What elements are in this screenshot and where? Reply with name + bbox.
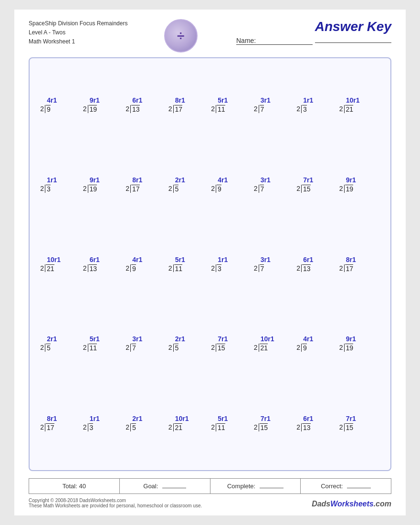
division-line: 213 [296, 423, 310, 432]
problem-r1-c5: 5r1211 [211, 96, 252, 114]
divisor: 2 [339, 185, 345, 193]
answer: 8r1 [346, 256, 356, 263]
dividend: 19 [345, 185, 354, 193]
divisor: 2 [296, 344, 302, 352]
dividend: 19 [89, 105, 97, 114]
dividend: 21 [260, 344, 268, 352]
division-line: 211 [211, 105, 225, 114]
divisor: 2 [254, 105, 259, 113]
answer: 10r1 [261, 335, 274, 343]
division-line: 219 [83, 185, 97, 193]
divisor: 2 [83, 185, 88, 193]
problem-r4-c1: 2r125 [40, 335, 81, 352]
problem-r4-c6: 10r1221 [254, 335, 294, 352]
divisor: 2 [296, 185, 302, 193]
division-line: 25 [40, 344, 51, 352]
answer: 7r1 [303, 176, 313, 184]
logo-circle: ÷ [164, 19, 198, 52]
problem-r4-c3: 3r127 [126, 335, 166, 352]
dividend: 15 [302, 185, 311, 193]
dividend: 7 [260, 185, 264, 193]
answer: 2r1 [175, 176, 185, 184]
division-line: 211 [168, 264, 182, 273]
title-line1: SpaceShip Division Focus Remainders [29, 19, 127, 28]
divisor: 2 [168, 105, 174, 113]
divisor: 2 [211, 185, 216, 193]
answer: 6r1 [303, 415, 313, 422]
division-icon: ÷ [177, 28, 184, 43]
divisor: 2 [339, 105, 345, 113]
problems-row-5: 8r12171r1232r12510r12215r12117r12156r121… [39, 410, 381, 437]
answer: 4r1 [303, 335, 313, 343]
division-line: 221 [254, 344, 268, 352]
division-line: 215 [254, 423, 268, 432]
divisor: 2 [339, 264, 345, 273]
division-line: 219 [339, 185, 353, 193]
divisor: 2 [83, 344, 88, 352]
problem-r5-c7: 6r1213 [296, 415, 337, 432]
answer: 1r1 [47, 176, 57, 184]
dividend: 9 [131, 264, 136, 273]
answer: 5r1 [218, 96, 228, 104]
problem-r5-c2: 1r123 [83, 415, 124, 432]
dividend: 17 [46, 423, 54, 432]
problem-r2-c3: 8r1217 [126, 176, 166, 193]
answer: 4r1 [132, 256, 142, 263]
answer: 3r1 [261, 176, 271, 184]
division-line: 217 [168, 105, 182, 114]
problem-r1-c8: 10r1221 [339, 96, 380, 114]
problem-r1-c3: 6r1213 [126, 96, 166, 114]
division-line: 215 [296, 185, 310, 193]
divisor: 2 [254, 185, 259, 193]
worksheets-text: Worksheets [330, 500, 373, 508]
problem-r1-c4: 8r1217 [168, 96, 209, 114]
dividend: 13 [89, 264, 97, 273]
dividend: 3 [46, 185, 51, 193]
divisor: 2 [254, 264, 259, 273]
problem-r3-c7: 6r1213 [296, 256, 337, 273]
problem-r3-c3: 4r129 [126, 256, 166, 273]
divisor: 2 [40, 264, 45, 273]
answer: 4r1 [47, 96, 57, 104]
answer: 3r1 [132, 335, 142, 343]
dividend: 7 [260, 105, 264, 114]
problem-r1-c2: 9r1219 [83, 96, 124, 114]
answer: 7r1 [261, 415, 271, 422]
dividend: 15 [345, 423, 354, 432]
answer: 7r1 [346, 415, 356, 422]
dividend: 9 [302, 344, 307, 352]
problem-r3-c4: 5r1211 [168, 256, 209, 273]
divisor: 2 [296, 264, 302, 273]
problem-r2-c1: 1r123 [40, 176, 81, 193]
divisor: 2 [126, 423, 131, 431]
dividend: 17 [345, 264, 354, 273]
answer: 7r1 [218, 335, 228, 343]
divisor: 2 [168, 264, 174, 273]
worksheet-content: 4r1299r12196r12138r12175r12113r1271r1231… [29, 57, 391, 471]
answer: 1r1 [218, 256, 228, 263]
divisor: 2 [40, 423, 45, 431]
divisor: 2 [126, 185, 131, 193]
divisor: 2 [83, 105, 88, 113]
answer: 2r1 [47, 335, 57, 343]
page: SpaceShip Division Focus Remainders Leve… [14, 10, 406, 515]
dividend: 11 [217, 105, 225, 114]
correct-box: Correct: [301, 479, 391, 494]
dividend: 17 [174, 105, 183, 114]
dividend: 7 [131, 344, 136, 352]
division-line: 217 [40, 423, 54, 432]
divisor: 2 [83, 423, 88, 431]
division-line: 219 [83, 105, 97, 114]
division-line: 27 [254, 264, 264, 273]
goal-label: Goal: [143, 483, 158, 490]
divisor: 2 [40, 185, 45, 193]
divisor: 2 [168, 344, 174, 352]
division-line: 215 [211, 344, 225, 352]
answer: 8r1 [175, 96, 185, 104]
problem-r2-c6: 3r127 [254, 176, 294, 193]
divisor: 2 [339, 344, 345, 352]
copyright: Copyright © 2008-2018 DadsWorksheets.com… [29, 498, 391, 508]
problem-r5-c5: 5r1211 [211, 415, 252, 432]
division-line: 27 [254, 105, 264, 114]
complete-input-line [260, 488, 284, 488]
